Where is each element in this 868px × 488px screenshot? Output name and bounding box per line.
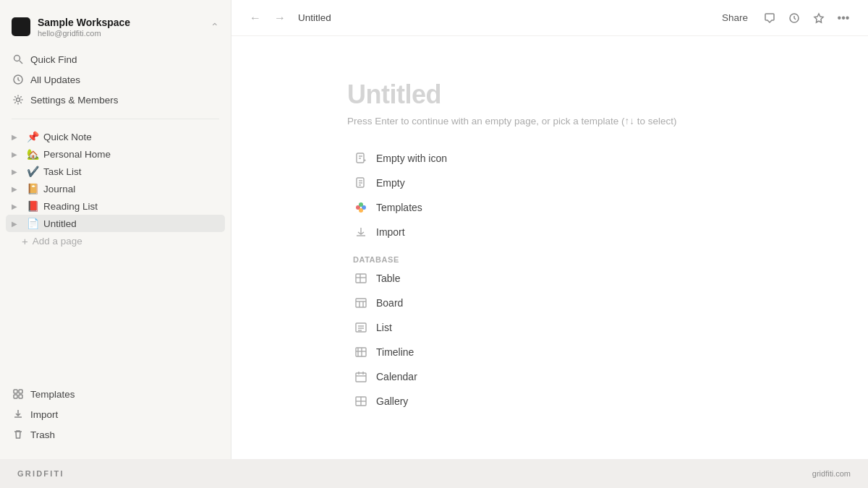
option-label: Timeline — [376, 346, 414, 358]
chevron-icon: ▶ — [12, 220, 22, 228]
option-label: Table — [376, 273, 400, 284]
workspace-text: Sample Workspace hello@gridfiti.com — [38, 16, 130, 38]
table-icon — [353, 270, 369, 286]
calendar-icon — [353, 369, 369, 385]
templates-label: Templates — [30, 389, 75, 400]
svg-line-1 — [20, 61, 22, 64]
chevron-icon: ▶ — [12, 202, 22, 210]
sidebar-item-all-updates[interactable]: All Updates — [6, 69, 225, 90]
svg-rect-37 — [356, 373, 366, 382]
sidebar-item-import[interactable]: Import — [6, 404, 225, 424]
brand-right: gridfiti.com — [812, 469, 851, 478]
import-icon — [12, 408, 25, 421]
sidebar-item-settings[interactable]: Settings & Members — [6, 90, 225, 110]
sidebar-item-quick-find[interactable]: Quick Find — [6, 49, 225, 69]
option-label: Gallery — [376, 395, 408, 407]
option-label: Templates — [376, 202, 422, 213]
svg-rect-6 — [14, 395, 17, 398]
doc-icon — [353, 175, 369, 191]
template-options: Empty with icon Empty — [347, 147, 752, 244]
import-arrow-icon — [353, 224, 369, 240]
page-emoji: 📕 — [26, 200, 39, 212]
sidebar-item-trash[interactable]: Trash — [6, 424, 225, 445]
sidebar-bottom: Templates Import Trash — [0, 381, 231, 448]
page-label: Untitled — [43, 218, 77, 229]
chevron-icon: ▶ — [12, 150, 22, 158]
share-button[interactable]: Share — [715, 9, 755, 26]
sidebar-pages: ▶ 📌 Quick Note ▶ 🏡 Personal Home ▶ ✔️ Ta… — [0, 125, 231, 381]
option-import[interactable]: Import — [347, 221, 752, 244]
favorite-button[interactable] — [809, 8, 829, 28]
page-emoji: 📄 — [26, 218, 39, 229]
all-updates-label: All Updates — [30, 74, 80, 85]
gallery-icon — [353, 393, 369, 409]
history-button[interactable] — [784, 8, 804, 28]
main-content: ← → Untitled Share — [231, 0, 868, 459]
plus-icon: + — [22, 235, 28, 247]
workspace-info: Sample Workspace hello@gridfiti.com — [12, 16, 130, 38]
sidebar-item-personal-home[interactable]: ▶ 🏡 Personal Home — [6, 145, 225, 163]
chevron-icon: ▶ — [12, 133, 22, 141]
workspace-chevron-icon: ⌃ — [210, 21, 219, 33]
sidebar-item-task-list[interactable]: ▶ ✔️ Task List — [6, 163, 225, 180]
option-timeline[interactable]: Timeline — [347, 341, 752, 364]
workspace-header[interactable]: Sample Workspace hello@gridfiti.com ⌃ — [0, 12, 231, 46]
page-emoji: 🏡 — [26, 148, 39, 160]
svg-rect-25 — [356, 299, 366, 307]
option-list[interactable]: List — [347, 316, 752, 339]
topbar-page-title: Untitled — [298, 12, 331, 23]
sidebar-item-templates[interactable]: Templates — [6, 384, 225, 404]
page-emoji: 📌 — [26, 131, 39, 142]
more-dots-icon: ••• — [838, 12, 850, 25]
colorful-icon — [353, 200, 369, 215]
share-label: Share — [722, 12, 748, 23]
sidebar-item-journal[interactable]: ▶ 📔 Journal — [6, 180, 225, 197]
list-icon — [353, 320, 369, 335]
chevron-icon: ▶ — [12, 168, 22, 176]
footer: GRIDFITI gridfiti.com — [0, 459, 868, 488]
option-label: Import — [376, 226, 405, 238]
sidebar-item-quick-note[interactable]: ▶ 📌 Quick Note — [6, 128, 225, 145]
option-label: Board — [376, 297, 403, 309]
db-options: Table Board — [347, 267, 752, 413]
option-calendar[interactable]: Calendar — [347, 365, 752, 388]
topbar: ← → Untitled Share — [231, 0, 868, 36]
workspace-email: hello@gridfiti.com — [38, 29, 130, 38]
sidebar-item-untitled[interactable]: ▶ 📄 Untitled — [6, 215, 225, 232]
add-page-button[interactable]: + Add a page — [6, 232, 225, 250]
option-empty[interactable]: Empty — [347, 171, 752, 194]
comment-button[interactable] — [760, 8, 780, 28]
sidebar: Sample Workspace hello@gridfiti.com ⌃ Qu… — [0, 0, 231, 459]
sidebar-item-reading-list[interactable]: ▶ 📕 Reading List — [6, 197, 225, 215]
svg-point-0 — [14, 56, 20, 61]
trash-label: Trash — [30, 429, 55, 440]
option-table[interactable]: Table — [347, 267, 752, 290]
settings-icon — [12, 93, 25, 106]
svg-point-3 — [17, 98, 20, 102]
forward-button[interactable]: → — [271, 9, 289, 27]
back-button[interactable]: ← — [246, 9, 265, 27]
svg-rect-5 — [19, 390, 22, 393]
page-emoji: 📔 — [26, 183, 39, 194]
page-hint: Press Enter to continue with an empty pa… — [347, 116, 752, 127]
topbar-left: ← → Untitled — [246, 9, 331, 27]
brand-left: GRIDFITI — [17, 469, 64, 478]
doc-star-icon — [353, 150, 369, 166]
more-button[interactable]: ••• — [833, 8, 854, 28]
option-empty-with-icon[interactable]: Empty with icon — [347, 147, 752, 170]
svg-rect-7 — [19, 395, 22, 398]
page-title[interactable]: Untitled — [347, 80, 752, 110]
templates-icon — [12, 388, 25, 401]
option-gallery[interactable]: Gallery — [347, 390, 752, 413]
page-label: Reading List — [43, 201, 98, 212]
svg-rect-4 — [14, 390, 17, 393]
svg-rect-22 — [356, 274, 366, 283]
page-editor[interactable]: Untitled Press Enter to continue with an… — [231, 36, 868, 459]
option-label: Calendar — [376, 371, 417, 382]
import-label: Import — [30, 409, 58, 420]
option-board[interactable]: Board — [347, 291, 752, 314]
page-label: Quick Note — [43, 132, 92, 142]
option-label: List — [376, 322, 392, 333]
quick-find-label: Quick Find — [30, 54, 77, 65]
option-templates[interactable]: Templates — [347, 196, 752, 219]
